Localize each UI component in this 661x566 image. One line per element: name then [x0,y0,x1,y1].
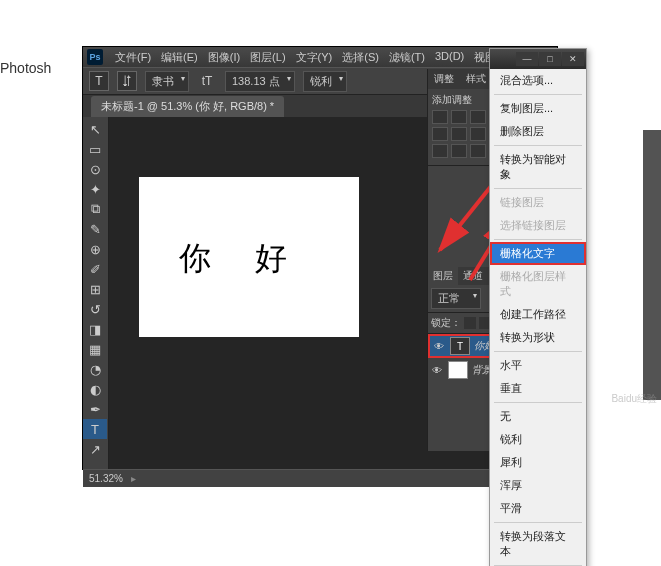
status-arrow-icon[interactable]: ▸ [131,473,136,484]
toolbox: ↖ ▭ ⊙ ✦ ⧉ ✎ ⊕ ✐ ⊞ ↺ ◨ ▦ ◔ ◐ ✒ T ↗ [83,117,109,469]
eraser-tool-icon[interactable]: ◨ [83,319,107,339]
visibility-icon[interactable]: 👁 [430,365,444,376]
photoshop-window: Ps 文件(F) 编辑(E) 图像(I) 图层(L) 文字(Y) 选择(S) 滤… [82,46,558,470]
context-menu-item[interactable]: 复制图层... [490,97,586,120]
bg-layer-thumb-icon [448,361,468,379]
blend-mode-dropdown[interactable]: 正常 [431,288,481,309]
pen-tool-icon[interactable]: ✒ [83,399,107,419]
menubar: 文件(F) 编辑(E) 图像(I) 图层(L) 文字(Y) 选择(S) 滤镜(T… [111,48,547,67]
styles-tab[interactable]: 样式 [460,69,492,89]
menu-select[interactable]: 选择(S) [338,48,383,67]
heal-tool-icon[interactable]: ⊕ [83,239,107,259]
cm-titlebar: — □ ✕ [490,49,586,69]
history-brush-icon[interactable]: ↺ [83,299,107,319]
stamp-tool-icon[interactable]: ⊞ [83,279,107,299]
context-menu-item[interactable]: 转换为形状 [490,326,586,349]
font-family-dropdown[interactable]: 隶书 [145,71,189,92]
canvas[interactable]: 你 好 [139,177,359,337]
context-menu-item[interactable]: 混合选项... [490,69,586,92]
menu-separator [494,522,582,523]
titlebar: Ps 文件(F) 编辑(E) 图像(I) 图层(L) 文字(Y) 选择(S) 滤… [83,47,557,67]
context-menu-item[interactable]: 创建工作路径 [490,303,586,326]
close-icon[interactable]: ✕ [562,52,584,66]
channels-tab[interactable]: 通道 [458,267,488,285]
statusbar: 51.32% ▸ [83,469,557,487]
move-tool-icon[interactable]: ↖ [83,119,107,139]
document-tab[interactable]: 未标题-1 @ 51.3% (你 好, RGB/8) * [91,96,284,117]
adj-icon[interactable] [451,144,467,158]
context-menu-item[interactable]: 无 [490,405,586,428]
adj-icon[interactable] [451,110,467,124]
menu-separator [494,188,582,189]
context-menu-item[interactable]: 浑厚 [490,474,586,497]
blur-tool-icon[interactable]: ◔ [83,359,107,379]
lock-pixels-icon[interactable] [464,317,476,329]
font-size-dropdown[interactable]: 138.13 点 [225,71,295,92]
adj-icon[interactable] [451,127,467,141]
menu-separator [494,94,582,95]
zoom-value[interactable]: 51.32% [89,473,123,484]
context-menu-item[interactable]: 转换为段落文本 [490,525,586,563]
ps-logo-icon: Ps [87,49,103,65]
type-tool-icon[interactable]: T [89,71,109,91]
dodge-tool-icon[interactable]: ◐ [83,379,107,399]
minimize-icon[interactable]: — [516,52,538,66]
adj-icon[interactable] [470,144,486,158]
adj-icon[interactable] [470,110,486,124]
antialias-dropdown[interactable]: 锐利 [303,71,347,92]
menu-separator [494,239,582,240]
canvas-text[interactable]: 你 好 [179,237,305,281]
brush-tool-icon[interactable]: ✐ [83,259,107,279]
context-menu-item[interactable]: 栅格化文字 [490,242,586,265]
menu-separator [494,402,582,403]
menu-edit[interactable]: 编辑(E) [157,48,202,67]
context-menu-item[interactable]: 锐利 [490,428,586,451]
adj-icon[interactable] [470,127,486,141]
side-strip [643,130,661,400]
page-label: Photosh [0,60,51,76]
visibility-icon[interactable]: 👁 [432,341,446,352]
eyedropper-tool-icon[interactable]: ✎ [83,219,107,239]
context-menu-item: 栅格化图层样式 [490,265,586,303]
context-menu: — □ ✕ 混合选项...复制图层...删除图层转换为智能对象链接图层选择链接图… [489,48,587,566]
adj-icon[interactable] [432,144,448,158]
context-menu-item[interactable]: 平滑 [490,497,586,520]
adjustments-tab[interactable]: 调整 [428,69,460,89]
workspace: ↖ ▭ ⊙ ✦ ⧉ ✎ ⊕ ✐ ⊞ ↺ ◨ ▦ ◔ ◐ ✒ T ↗ 你 好 调整 [83,117,557,469]
context-menu-item[interactable]: 删除图层 [490,120,586,143]
menu-3d[interactable]: 3D(D) [431,48,468,67]
type-tool-icon[interactable]: T [83,419,107,439]
context-menu-item[interactable]: 犀利 [490,451,586,474]
maximize-icon[interactable]: □ [539,52,561,66]
context-menu-item[interactable]: 转换为智能对象 [490,148,586,186]
menu-separator [494,145,582,146]
wand-tool-icon[interactable]: ✦ [83,179,107,199]
path-tool-icon[interactable]: ↗ [83,439,107,459]
adj-icon[interactable] [432,127,448,141]
type-layer-thumb-icon: T [450,337,470,355]
lock-label: 锁定： [431,316,461,330]
orientation-icon[interactable]: ⮃ [117,71,137,91]
context-menu-item: 选择链接图层 [490,214,586,237]
menu-separator [494,351,582,352]
layers-tab[interactable]: 图层 [428,267,458,285]
menu-type[interactable]: 文字(Y) [292,48,337,67]
menu-image[interactable]: 图像(I) [204,48,244,67]
menu-layer[interactable]: 图层(L) [246,48,289,67]
menu-file[interactable]: 文件(F) [111,48,155,67]
context-menu-item: 链接图层 [490,191,586,214]
gradient-tool-icon[interactable]: ▦ [83,339,107,359]
watermark: Baidu经验 [611,392,657,406]
font-size-icon: tT [197,71,217,91]
context-menu-item[interactable]: 水平 [490,354,586,377]
menu-filter[interactable]: 滤镜(T) [385,48,429,67]
lasso-tool-icon[interactable]: ⊙ [83,159,107,179]
adj-icon[interactable] [432,110,448,124]
marquee-tool-icon[interactable]: ▭ [83,139,107,159]
crop-tool-icon[interactable]: ⧉ [83,199,107,219]
context-menu-item[interactable]: 垂直 [490,377,586,400]
